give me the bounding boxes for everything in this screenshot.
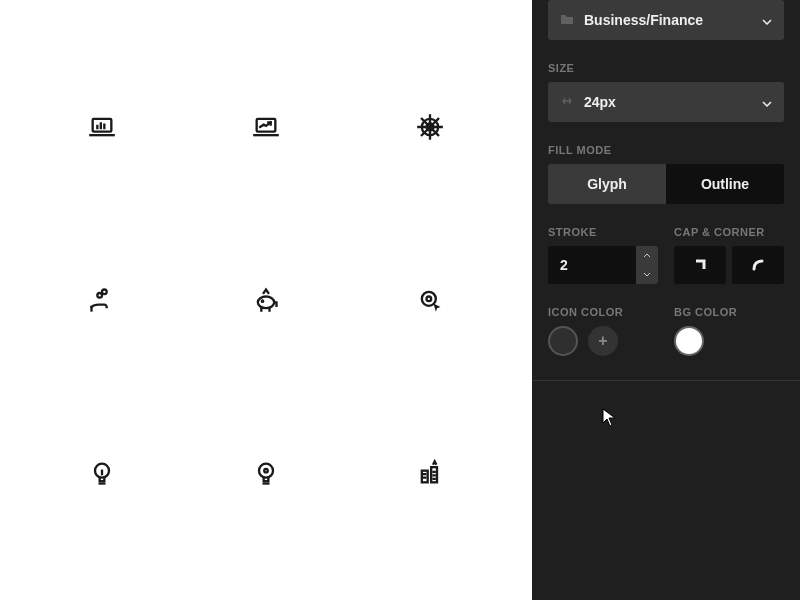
icon-laptop-chart[interactable] — [20, 40, 184, 213]
fillmode-outline[interactable]: Outline — [666, 164, 784, 204]
svg-point-7 — [262, 300, 263, 301]
stroke-label: STROKE — [548, 226, 658, 238]
svg-point-4 — [97, 293, 102, 298]
size-dropdown[interactable]: 24px — [548, 82, 784, 122]
svg-point-9 — [427, 296, 432, 301]
svg-point-12 — [264, 469, 268, 473]
stroke-decrement[interactable] — [636, 265, 658, 284]
resize-icon — [560, 94, 574, 111]
iconcolor-label: ICON COLOR — [548, 306, 658, 318]
capcorner-label: CAP & CORNER — [674, 226, 784, 238]
svg-point-6 — [258, 296, 274, 308]
chevron-down-icon — [762, 12, 772, 28]
divider — [532, 380, 800, 381]
size-label: SIZE — [548, 62, 784, 74]
add-color-button[interactable]: + — [588, 326, 618, 356]
svg-point-11 — [259, 464, 273, 478]
category-dropdown[interactable]: Business/Finance — [548, 0, 784, 40]
icon-hand-coins[interactable] — [20, 213, 184, 386]
fillmode-segmented: Glyph Outline — [548, 164, 784, 204]
icon-grid — [0, 0, 532, 600]
icon-city-buildings[interactable] — [348, 387, 512, 560]
cap-round-button[interactable] — [732, 246, 784, 284]
bgcolor-swatch[interactable] — [674, 326, 704, 356]
icon-spider-web[interactable] — [348, 40, 512, 213]
icon-idea-bulb[interactable] — [184, 387, 348, 560]
properties-panel: Business/Finance SIZE 24px FILL MODE Gly… — [532, 0, 800, 600]
category-value: Business/Finance — [584, 12, 703, 28]
folder-icon — [560, 12, 574, 28]
icon-target-cursor[interactable] — [348, 213, 512, 386]
cap-square-button[interactable] — [674, 246, 726, 284]
size-value: 24px — [584, 94, 616, 110]
stroke-value[interactable]: 2 — [548, 246, 636, 284]
stroke-stepper: 2 — [548, 246, 658, 284]
fillmode-label: FILL MODE — [548, 144, 784, 156]
icon-lightbulb[interactable] — [20, 387, 184, 560]
icon-canvas — [0, 0, 532, 600]
icon-laptop-growth[interactable] — [184, 40, 348, 213]
stroke-increment[interactable] — [636, 246, 658, 265]
iconcolor-swatch[interactable] — [548, 326, 578, 356]
chevron-down-icon — [762, 94, 772, 110]
bgcolor-label: BG COLOR — [674, 306, 784, 318]
fillmode-glyph[interactable]: Glyph — [548, 164, 666, 204]
svg-point-5 — [102, 289, 107, 294]
icon-piggy-bank[interactable] — [184, 213, 348, 386]
